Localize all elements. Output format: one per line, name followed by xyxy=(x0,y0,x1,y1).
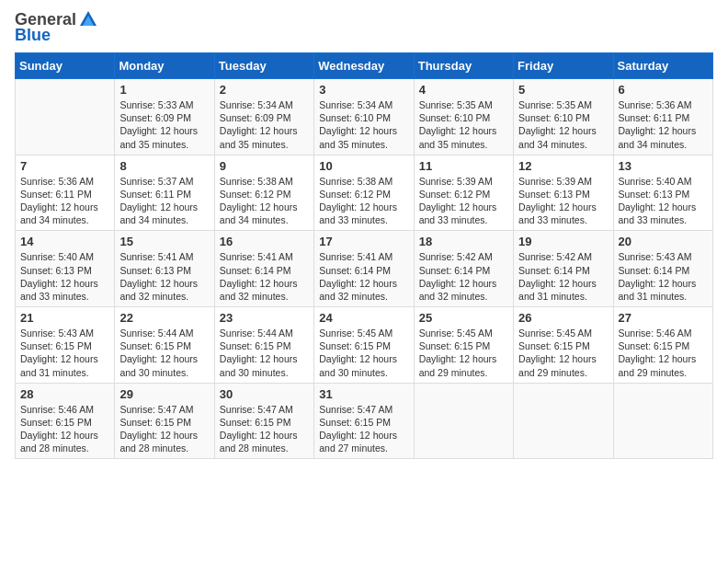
day-number: 28 xyxy=(20,387,109,401)
calendar-day-cell xyxy=(414,383,513,459)
calendar-day-cell: 30Sunrise: 5:47 AMSunset: 6:15 PMDayligh… xyxy=(214,383,313,459)
day-number: 27 xyxy=(619,311,708,325)
calendar-day-cell: 7Sunrise: 5:36 AMSunset: 6:11 PMDaylight… xyxy=(16,155,115,231)
day-detail: Sunrise: 5:45 AMSunset: 6:15 PMDaylight:… xyxy=(518,327,608,379)
day-detail: Sunrise: 5:39 AMSunset: 6:13 PMDaylight:… xyxy=(518,175,608,227)
calendar-day-cell: 18Sunrise: 5:42 AMSunset: 6:14 PMDayligh… xyxy=(414,231,513,307)
calendar-day-cell: 29Sunrise: 5:47 AMSunset: 6:15 PMDayligh… xyxy=(115,383,214,459)
day-number: 7 xyxy=(20,159,109,173)
calendar-day-cell: 6Sunrise: 5:36 AMSunset: 6:11 PMDaylight… xyxy=(613,79,712,155)
day-number: 3 xyxy=(319,83,408,97)
day-detail: Sunrise: 5:34 AMSunset: 6:10 PMDaylight:… xyxy=(319,98,408,151)
day-number: 16 xyxy=(220,235,309,248)
day-detail: Sunrise: 5:43 AMSunset: 6:15 PMDaylight:… xyxy=(20,327,109,379)
day-detail: Sunrise: 5:39 AMSunset: 6:12 PMDaylight:… xyxy=(419,175,508,227)
day-detail: Sunrise: 5:41 AMSunset: 6:13 PMDaylight:… xyxy=(119,250,209,303)
day-detail: Sunrise: 5:34 AMSunset: 6:09 PMDaylight:… xyxy=(220,98,309,151)
day-detail: Sunrise: 5:41 AMSunset: 6:14 PMDaylight:… xyxy=(220,250,309,303)
calendar-day-cell: 5Sunrise: 5:35 AMSunset: 6:10 PMDaylight… xyxy=(514,79,613,155)
calendar-day-cell xyxy=(514,383,613,459)
page: General Blue SundayMondayTuesdayWednesda… xyxy=(0,0,728,563)
calendar-day-cell: 9Sunrise: 5:38 AMSunset: 6:12 PMDaylight… xyxy=(214,155,313,231)
calendar-day-cell: 4Sunrise: 5:35 AMSunset: 6:10 PMDaylight… xyxy=(414,79,513,155)
day-number: 30 xyxy=(220,387,309,401)
weekday-header: Sunday xyxy=(16,53,115,79)
calendar-week-row: 21Sunrise: 5:43 AMSunset: 6:15 PMDayligh… xyxy=(16,307,713,384)
day-number: 8 xyxy=(119,159,209,173)
day-number: 11 xyxy=(419,159,508,173)
calendar-day-cell: 15Sunrise: 5:41 AMSunset: 6:13 PMDayligh… xyxy=(115,231,214,307)
day-number: 19 xyxy=(518,235,608,248)
day-number: 6 xyxy=(619,83,708,97)
day-detail: Sunrise: 5:40 AMSunset: 6:13 PMDaylight:… xyxy=(619,175,708,227)
day-number: 12 xyxy=(518,159,608,173)
day-detail: Sunrise: 5:44 AMSunset: 6:15 PMDaylight:… xyxy=(119,327,209,379)
calendar-week-row: 14Sunrise: 5:40 AMSunset: 6:13 PMDayligh… xyxy=(16,231,713,307)
day-number: 24 xyxy=(319,311,408,325)
logo-icon xyxy=(78,9,98,29)
day-detail: Sunrise: 5:40 AMSunset: 6:13 PMDaylight:… xyxy=(20,250,109,303)
calendar-day-cell: 10Sunrise: 5:38 AMSunset: 6:12 PMDayligh… xyxy=(314,155,414,231)
logo: General Blue xyxy=(15,9,98,45)
day-number: 15 xyxy=(119,235,209,248)
day-detail: Sunrise: 5:47 AMSunset: 6:15 PMDaylight:… xyxy=(220,403,309,455)
calendar-day-cell: 8Sunrise: 5:37 AMSunset: 6:11 PMDaylight… xyxy=(115,155,214,231)
header: General Blue xyxy=(15,9,713,45)
day-number: 20 xyxy=(619,235,708,248)
calendar-day-cell: 20Sunrise: 5:43 AMSunset: 6:14 PMDayligh… xyxy=(613,231,712,307)
day-detail: Sunrise: 5:47 AMSunset: 6:15 PMDaylight:… xyxy=(319,403,408,455)
day-detail: Sunrise: 5:47 AMSunset: 6:15 PMDaylight:… xyxy=(119,403,209,455)
day-detail: Sunrise: 5:45 AMSunset: 6:15 PMDaylight:… xyxy=(419,327,508,379)
day-number: 13 xyxy=(619,159,708,173)
calendar-day-cell: 16Sunrise: 5:41 AMSunset: 6:14 PMDayligh… xyxy=(214,231,313,307)
day-number: 29 xyxy=(119,387,209,401)
day-number: 17 xyxy=(319,235,408,248)
day-number: 2 xyxy=(220,83,309,97)
calendar-day-cell: 22Sunrise: 5:44 AMSunset: 6:15 PMDayligh… xyxy=(115,307,214,384)
calendar-day-cell: 2Sunrise: 5:34 AMSunset: 6:09 PMDaylight… xyxy=(214,79,313,155)
day-detail: Sunrise: 5:42 AMSunset: 6:14 PMDaylight:… xyxy=(419,250,508,303)
day-detail: Sunrise: 5:44 AMSunset: 6:15 PMDaylight:… xyxy=(220,327,309,379)
day-detail: Sunrise: 5:38 AMSunset: 6:12 PMDaylight:… xyxy=(220,175,309,227)
calendar-day-cell xyxy=(613,383,712,459)
calendar-day-cell: 23Sunrise: 5:44 AMSunset: 6:15 PMDayligh… xyxy=(214,307,313,384)
calendar-day-cell: 19Sunrise: 5:42 AMSunset: 6:14 PMDayligh… xyxy=(514,231,613,307)
day-detail: Sunrise: 5:43 AMSunset: 6:14 PMDaylight:… xyxy=(619,250,708,303)
day-detail: Sunrise: 5:38 AMSunset: 6:12 PMDaylight:… xyxy=(319,175,408,227)
day-number: 21 xyxy=(20,311,109,325)
day-detail: Sunrise: 5:35 AMSunset: 6:10 PMDaylight:… xyxy=(518,98,608,151)
day-number: 9 xyxy=(220,159,309,173)
day-number: 1 xyxy=(119,83,209,97)
day-detail: Sunrise: 5:42 AMSunset: 6:14 PMDaylight:… xyxy=(518,250,608,303)
day-detail: Sunrise: 5:35 AMSunset: 6:10 PMDaylight:… xyxy=(419,98,508,151)
weekday-header: Tuesday xyxy=(214,53,313,79)
calendar-day-cell: 17Sunrise: 5:41 AMSunset: 6:14 PMDayligh… xyxy=(314,231,414,307)
weekday-header: Wednesday xyxy=(314,53,414,79)
calendar-week-row: 1Sunrise: 5:33 AMSunset: 6:09 PMDaylight… xyxy=(16,79,713,155)
calendar-day-cell: 3Sunrise: 5:34 AMSunset: 6:10 PMDaylight… xyxy=(314,79,414,155)
day-number: 22 xyxy=(119,311,209,325)
day-number: 14 xyxy=(20,235,109,248)
calendar-header-row: SundayMondayTuesdayWednesdayThursdayFrid… xyxy=(16,53,713,79)
day-detail: Sunrise: 5:46 AMSunset: 6:15 PMDaylight:… xyxy=(619,327,708,379)
calendar-day-cell: 25Sunrise: 5:45 AMSunset: 6:15 PMDayligh… xyxy=(414,307,513,384)
day-number: 18 xyxy=(419,235,508,248)
day-number: 26 xyxy=(518,311,608,325)
day-detail: Sunrise: 5:33 AMSunset: 6:09 PMDaylight:… xyxy=(119,98,209,151)
calendar-day-cell: 24Sunrise: 5:45 AMSunset: 6:15 PMDayligh… xyxy=(314,307,414,384)
calendar-day-cell: 13Sunrise: 5:40 AMSunset: 6:13 PMDayligh… xyxy=(613,155,712,231)
calendar-day-cell: 26Sunrise: 5:45 AMSunset: 6:15 PMDayligh… xyxy=(514,307,613,384)
calendar-day-cell: 12Sunrise: 5:39 AMSunset: 6:13 PMDayligh… xyxy=(514,155,613,231)
weekday-header: Saturday xyxy=(613,53,712,79)
calendar-table: SundayMondayTuesdayWednesdayThursdayFrid… xyxy=(15,52,713,459)
calendar-day-cell: 1Sunrise: 5:33 AMSunset: 6:09 PMDaylight… xyxy=(115,79,214,155)
day-number: 5 xyxy=(518,83,608,97)
day-detail: Sunrise: 5:37 AMSunset: 6:11 PMDaylight:… xyxy=(119,175,209,227)
weekday-header: Thursday xyxy=(414,53,513,79)
calendar-week-row: 7Sunrise: 5:36 AMSunset: 6:11 PMDaylight… xyxy=(16,155,713,231)
day-detail: Sunrise: 5:36 AMSunset: 6:11 PMDaylight:… xyxy=(619,98,708,151)
day-number: 23 xyxy=(220,311,309,325)
calendar-day-cell: 11Sunrise: 5:39 AMSunset: 6:12 PMDayligh… xyxy=(414,155,513,231)
day-detail: Sunrise: 5:46 AMSunset: 6:15 PMDaylight:… xyxy=(20,403,109,455)
day-number: 25 xyxy=(419,311,508,325)
